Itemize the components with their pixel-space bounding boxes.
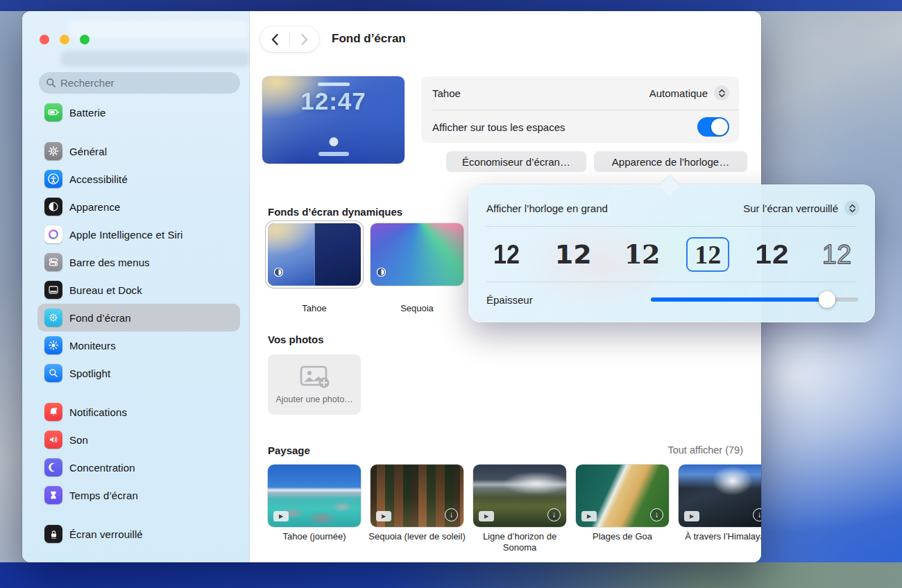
wallpaper-thumb-sequoia-lever[interactable]: ▶ ↓ <box>371 465 463 527</box>
sidebar-item-barre-des-menus[interactable]: Barre des menus <box>37 248 240 276</box>
wallpaper-thumb-himalaya[interactable]: ▶ ↓ <box>679 465 761 527</box>
thickness-label: Épaisseur <box>486 294 533 306</box>
download-icon: ↓ <box>753 508 761 521</box>
add-photo-button[interactable]: Ajouter une photo… <box>268 354 361 415</box>
wallpaper-mode-value: Automatique <box>649 87 708 99</box>
mode-dropdown[interactable] <box>714 85 729 101</box>
divider <box>486 226 857 227</box>
thumb-label: Tahoe <box>262 303 366 314</box>
sidebar-item-temps-ecran[interactable]: Temps d’écran <box>37 481 240 509</box>
sidebar-item-label: Batterie <box>69 107 106 119</box>
wallpaper-thumb-tahoe[interactable] <box>268 223 361 286</box>
thickness-slider-thumb[interactable] <box>819 291 835 308</box>
all-spaces-row: Afficher sur tous les espaces <box>421 110 739 144</box>
show-all-link[interactable]: Tout afficher (79) <box>667 444 743 456</box>
clock-style-option[interactable]: 12 <box>487 237 526 272</box>
clock-style-option[interactable]: 12 <box>748 237 796 272</box>
show-clock-value: Sur l’écran verrouillé <box>743 202 838 214</box>
thickness-slider[interactable] <box>651 297 858 302</box>
chevron-up-down-icon <box>718 89 726 98</box>
play-icon: ▶ <box>479 511 494 521</box>
sidebar-item-notifications[interactable]: Notifications <box>37 398 240 426</box>
sidebar-item-ecran-verrouille[interactable]: Écran verrouillé <box>37 520 240 548</box>
clock-style-option[interactable]: 12 <box>619 237 665 272</box>
divider <box>486 282 857 282</box>
sidebar-item-apparence[interactable]: Apparence <box>37 193 240 220</box>
gear-icon <box>44 142 62 160</box>
sidebar-item-label: Notifications <box>69 406 127 418</box>
wallpaper-name: Tahoe <box>432 87 461 99</box>
desktop-dock-icon <box>44 281 62 299</box>
thumb-label: Sequoia (lever de soleil) <box>365 531 469 542</box>
wallpaper-thumb-sequoia[interactable] <box>371 223 463 286</box>
close-button[interactable] <box>40 35 49 44</box>
apple-intelligence-icon <box>44 225 62 243</box>
wallpaper-thumb-goa[interactable]: ▶ ↓ <box>576 465 669 527</box>
wallpaper-preview[interactable]: 12:47 <box>262 76 405 164</box>
preview-avatar <box>329 137 338 146</box>
clock-style-option[interactable]: 12 <box>686 237 729 272</box>
hourglass-icon <box>44 486 62 504</box>
section-title-dynamic: Fonds d’écran dynamiques <box>268 206 402 218</box>
chevron-up-down-icon <box>849 204 856 213</box>
wallpaper-thumb-sonoma[interactable]: ▶ ↓ <box>473 465 566 527</box>
thickness-slider-fill <box>651 297 827 302</box>
blurred-scroll-content <box>68 21 248 39</box>
show-clock-row: Afficher l’horloge en grand Sur l’écran … <box>486 194 860 222</box>
sidebar-item-spotlight[interactable]: Spotlight <box>37 359 240 387</box>
appearance-contrast-icon <box>44 198 62 216</box>
search-input[interactable] <box>60 77 233 89</box>
sidebar-item-label: Moniteurs <box>69 340 116 352</box>
show-clock-dropdown[interactable] <box>844 200 860 216</box>
sidebar-item-accessibilite[interactable]: Accessibilité <box>37 165 240 193</box>
sidebar-item-batterie[interactable]: Batterie <box>37 98 240 126</box>
back-button[interactable] <box>260 26 289 52</box>
wallpaper-thumb-tahoe-journee[interactable]: ▶ <box>268 465 361 527</box>
sidebar-item-general[interactable]: Général <box>37 137 240 165</box>
download-icon: ↓ <box>547 508 561 521</box>
sidebar-item-label: Barre des menus <box>69 257 150 268</box>
all-spaces-label: Afficher sur tous les espaces <box>432 121 565 133</box>
desktop-wallpaper-top-band <box>0 0 902 11</box>
sidebar-item-fond-ecran[interactable]: Fond d’écran <box>37 304 240 331</box>
forward-button[interactable] <box>290 26 319 52</box>
navigation-buttons <box>260 26 319 52</box>
sidebar-item-moniteurs[interactable]: Moniteurs <box>37 331 240 359</box>
wallpaper-settings-card: Tahoe Automatique Afficher sur tous les … <box>421 76 739 143</box>
thumb-label: À travers l’Himalaya <box>673 531 761 542</box>
tahoe-split-line <box>314 223 315 286</box>
preview-clock: 12:47 <box>262 87 405 115</box>
bell-icon <box>44 403 62 421</box>
clock-style-option[interactable]: 12 <box>815 237 858 272</box>
sidebar-item-label: Apparence <box>69 201 120 213</box>
play-icon: ▶ <box>684 511 699 521</box>
desktop-wallpaper-bottom-band <box>0 562 902 588</box>
sidebar-item-apple-intelligence[interactable]: Apple Intelligence et Siri <box>37 220 240 248</box>
play-icon: ▶ <box>273 511 289 521</box>
chevron-left-icon <box>271 33 279 46</box>
page-title: Fond d’écran <box>332 32 406 46</box>
clock-style-option[interactable]: 12 <box>550 237 597 272</box>
sidebar-group-gap <box>37 387 240 398</box>
sidebar-item-label: Général <box>69 146 107 157</box>
add-photo-icon <box>298 365 330 389</box>
search-field[interactable] <box>39 72 240 94</box>
all-spaces-toggle[interactable] <box>697 117 729 137</box>
screen: Batterie Général Accessibilité Appa <box>0 0 902 588</box>
clock-appearance-popover: Afficher l’horloge en grand Sur l’écran … <box>468 184 875 322</box>
minimize-button[interactable] <box>60 35 69 44</box>
brightness-sun-icon <box>44 336 62 354</box>
window-controls <box>40 35 90 44</box>
sidebar-item-label: Écran verrouillé <box>69 528 143 540</box>
screen-saver-button[interactable]: Économiseur d’écran… <box>446 151 586 172</box>
thumb-label: Tahoe (journée) <box>262 531 366 542</box>
preview-name-placeholder <box>318 152 349 156</box>
sidebar-item-label: Son <box>69 434 88 446</box>
play-icon: ▶ <box>376 511 391 521</box>
section-title-landscape: Paysage <box>268 444 310 456</box>
sidebar-item-son[interactable]: Son <box>37 426 240 453</box>
zoom-button[interactable] <box>80 35 90 44</box>
clock-appearance-button[interactable]: Apparence de l’horloge… <box>594 151 747 172</box>
sidebar-item-bureau-et-dock[interactable]: Bureau et Dock <box>37 276 240 304</box>
sidebar-item-concentration[interactable]: Concentration <box>37 453 240 481</box>
